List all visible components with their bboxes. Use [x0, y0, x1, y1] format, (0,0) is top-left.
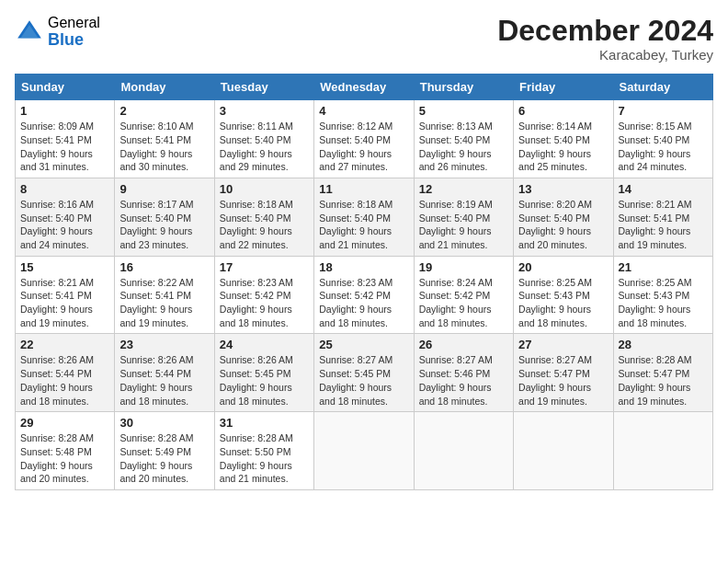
- logo-blue: Blue: [48, 31, 100, 50]
- day-number: 16: [119, 260, 209, 274]
- calendar-cell: [414, 412, 513, 490]
- day-number: 23: [119, 338, 209, 351]
- day-info: Sunrise: 8:20 AMSunset: 5:40 PMDaylight:…: [518, 198, 608, 252]
- title-block: December 2024 Karacabey, Turkey: [497, 15, 713, 63]
- calendar-cell: 21Sunrise: 8:25 AMSunset: 5:43 PMDayligh…: [613, 256, 712, 334]
- calendar-cell: 13Sunrise: 8:20 AMSunset: 5:40 PMDayligh…: [514, 178, 613, 256]
- day-number: 11: [319, 182, 408, 196]
- day-number: 31: [220, 416, 309, 430]
- location-subtitle: Karacabey, Turkey: [497, 47, 713, 63]
- day-info: Sunrise: 8:28 AMSunset: 5:48 PMDaylight:…: [20, 431, 109, 486]
- calendar-cell: 20Sunrise: 8:25 AMSunset: 5:43 PMDayligh…: [514, 256, 613, 334]
- day-info: Sunrise: 8:23 AMSunset: 5:42 PMDaylight:…: [220, 276, 309, 330]
- calendar-cell: 5Sunrise: 8:13 AMSunset: 5:40 PMDaylight…: [414, 100, 513, 178]
- day-info: Sunrise: 8:28 AMSunset: 5:50 PMDaylight:…: [220, 431, 309, 486]
- day-number: 30: [119, 416, 209, 430]
- day-info: Sunrise: 8:22 AMSunset: 5:41 PMDaylight:…: [119, 276, 209, 330]
- day-header-tuesday: Tuesday: [214, 75, 313, 100]
- day-number: 14: [619, 182, 708, 196]
- day-number: 1: [20, 104, 109, 118]
- day-number: 12: [419, 182, 508, 196]
- day-info: Sunrise: 8:27 AMSunset: 5:47 PMDaylight:…: [518, 353, 608, 408]
- calendar-cell: 27Sunrise: 8:27 AMSunset: 5:47 PMDayligh…: [514, 334, 613, 412]
- calendar-cell: 4Sunrise: 8:12 AMSunset: 5:40 PMDaylight…: [314, 100, 414, 178]
- day-number: 7: [619, 104, 708, 118]
- day-info: Sunrise: 8:25 AMSunset: 5:43 PMDaylight:…: [518, 276, 608, 330]
- day-info: Sunrise: 8:28 AMSunset: 5:47 PMDaylight:…: [619, 353, 708, 408]
- day-info: Sunrise: 8:15 AMSunset: 5:40 PMDaylight:…: [619, 120, 708, 174]
- day-info: Sunrise: 8:10 AMSunset: 5:41 PMDaylight:…: [119, 120, 209, 174]
- day-header-friday: Friday: [514, 75, 613, 100]
- day-number: 2: [119, 104, 209, 118]
- day-number: 6: [518, 104, 608, 118]
- calendar-cell: [314, 412, 414, 490]
- calendar-cell: 25Sunrise: 8:27 AMSunset: 5:45 PMDayligh…: [314, 334, 414, 412]
- logo-text: General Blue: [48, 15, 100, 49]
- calendar-cell: 19Sunrise: 8:24 AMSunset: 5:42 PMDayligh…: [414, 256, 513, 334]
- logo-icon: [15, 17, 44, 47]
- calendar-table: SundayMondayTuesdayWednesdayThursdayFrid…: [15, 74, 713, 490]
- calendar-cell: 8Sunrise: 8:16 AMSunset: 5:40 PMDaylight…: [16, 178, 115, 256]
- day-number: 15: [20, 260, 109, 274]
- calendar-cell: 31Sunrise: 8:28 AMSunset: 5:50 PMDayligh…: [214, 412, 313, 490]
- day-info: Sunrise: 8:26 AMSunset: 5:45 PMDaylight:…: [220, 353, 309, 408]
- day-number: 20: [518, 260, 608, 274]
- day-info: Sunrise: 8:18 AMSunset: 5:40 PMDaylight:…: [319, 198, 408, 252]
- day-info: Sunrise: 8:26 AMSunset: 5:44 PMDaylight:…: [119, 353, 209, 408]
- calendar-cell: 15Sunrise: 8:21 AMSunset: 5:41 PMDayligh…: [16, 256, 115, 334]
- day-number: 17: [220, 260, 309, 274]
- day-number: 4: [319, 104, 408, 118]
- day-number: 8: [20, 182, 109, 196]
- calendar-cell: 2Sunrise: 8:10 AMSunset: 5:41 PMDaylight…: [115, 100, 214, 178]
- day-number: 22: [20, 338, 109, 351]
- day-info: Sunrise: 8:11 AMSunset: 5:40 PMDaylight:…: [220, 120, 309, 174]
- calendar-cell: [613, 412, 712, 490]
- calendar-cell: 1Sunrise: 8:09 AMSunset: 5:41 PMDaylight…: [16, 100, 115, 178]
- day-info: Sunrise: 8:23 AMSunset: 5:42 PMDaylight:…: [319, 276, 408, 330]
- calendar-cell: 18Sunrise: 8:23 AMSunset: 5:42 PMDayligh…: [314, 256, 414, 334]
- day-info: Sunrise: 8:16 AMSunset: 5:40 PMDaylight:…: [20, 198, 109, 252]
- day-info: Sunrise: 8:17 AMSunset: 5:40 PMDaylight:…: [119, 198, 209, 252]
- page-header: General Blue December 2024 Karacabey, Tu…: [15, 15, 713, 63]
- calendar-cell: 26Sunrise: 8:27 AMSunset: 5:46 PMDayligh…: [414, 334, 513, 412]
- calendar-cell: [514, 412, 613, 490]
- day-number: 28: [619, 338, 708, 351]
- day-info: Sunrise: 8:27 AMSunset: 5:46 PMDaylight:…: [419, 353, 508, 408]
- day-info: Sunrise: 8:19 AMSunset: 5:40 PMDaylight:…: [419, 198, 508, 252]
- calendar-cell: 22Sunrise: 8:26 AMSunset: 5:44 PMDayligh…: [16, 334, 115, 412]
- calendar-cell: 9Sunrise: 8:17 AMSunset: 5:40 PMDaylight…: [115, 178, 214, 256]
- day-number: 25: [319, 338, 408, 351]
- calendar-cell: 28Sunrise: 8:28 AMSunset: 5:47 PMDayligh…: [613, 334, 712, 412]
- day-number: 9: [119, 182, 209, 196]
- day-info: Sunrise: 8:27 AMSunset: 5:45 PMDaylight:…: [319, 353, 408, 408]
- day-info: Sunrise: 8:21 AMSunset: 5:41 PMDaylight:…: [20, 276, 109, 330]
- day-info: Sunrise: 8:13 AMSunset: 5:40 PMDaylight:…: [419, 120, 508, 174]
- day-info: Sunrise: 8:14 AMSunset: 5:40 PMDaylight:…: [518, 120, 608, 174]
- logo: General Blue: [15, 15, 100, 49]
- day-number: 18: [319, 260, 408, 274]
- calendar-week-4: 22Sunrise: 8:26 AMSunset: 5:44 PMDayligh…: [16, 334, 713, 412]
- day-info: Sunrise: 8:25 AMSunset: 5:43 PMDaylight:…: [619, 276, 708, 330]
- calendar-week-2: 8Sunrise: 8:16 AMSunset: 5:40 PMDaylight…: [16, 178, 713, 256]
- day-header-saturday: Saturday: [613, 75, 712, 100]
- calendar-cell: 17Sunrise: 8:23 AMSunset: 5:42 PMDayligh…: [214, 256, 313, 334]
- calendar-week-5: 29Sunrise: 8:28 AMSunset: 5:48 PMDayligh…: [16, 412, 713, 490]
- logo-general: General: [48, 15, 100, 31]
- day-header-wednesday: Wednesday: [314, 75, 414, 100]
- calendar-cell: 12Sunrise: 8:19 AMSunset: 5:40 PMDayligh…: [414, 178, 513, 256]
- calendar-cell: 7Sunrise: 8:15 AMSunset: 5:40 PMDaylight…: [613, 100, 712, 178]
- day-number: 21: [619, 260, 708, 274]
- day-header-monday: Monday: [115, 75, 214, 100]
- day-info: Sunrise: 8:21 AMSunset: 5:41 PMDaylight:…: [619, 198, 708, 252]
- day-header-sunday: Sunday: [16, 75, 115, 100]
- day-number: 5: [419, 104, 508, 118]
- calendar-cell: 11Sunrise: 8:18 AMSunset: 5:40 PMDayligh…: [314, 178, 414, 256]
- calendar-cell: 29Sunrise: 8:28 AMSunset: 5:48 PMDayligh…: [16, 412, 115, 490]
- day-info: Sunrise: 8:18 AMSunset: 5:40 PMDaylight:…: [220, 198, 309, 252]
- day-header-thursday: Thursday: [414, 75, 513, 100]
- month-title: December 2024: [497, 15, 713, 47]
- calendar-cell: 10Sunrise: 8:18 AMSunset: 5:40 PMDayligh…: [214, 178, 313, 256]
- day-info: Sunrise: 8:26 AMSunset: 5:44 PMDaylight:…: [20, 353, 109, 408]
- calendar-cell: 3Sunrise: 8:11 AMSunset: 5:40 PMDaylight…: [214, 100, 313, 178]
- calendar-cell: 6Sunrise: 8:14 AMSunset: 5:40 PMDaylight…: [514, 100, 613, 178]
